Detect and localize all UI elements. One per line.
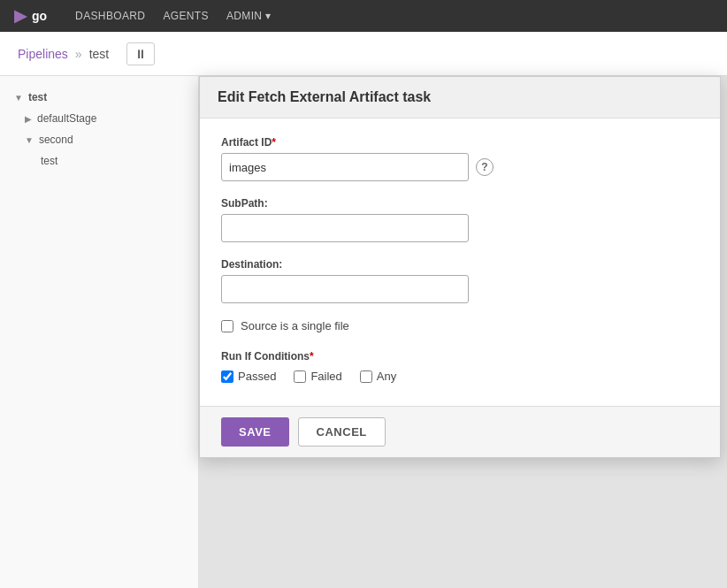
run-if-section: Run If Conditions* Passed Failed: [221, 350, 699, 383]
run-if-required: *: [310, 350, 314, 363]
sidebar-label-test-root: test: [28, 91, 47, 103]
condition-any: Any: [360, 370, 396, 383]
sidebar-item-second[interactable]: ▼ second: [0, 129, 198, 150]
sidebar: ▼ test ▶ defaultStage ▼ second test: [0, 76, 199, 588]
sidebar-label-second: second: [39, 134, 73, 146]
modal-edit-task: Edit Fetch External Artifact task Artifa…: [199, 76, 721, 458]
condition-any-checkbox[interactable]: [360, 370, 372, 383]
condition-passed-checkbox[interactable]: [221, 370, 233, 383]
cancel-button[interactable]: CANCEL: [298, 417, 386, 447]
save-button[interactable]: SAVE: [221, 417, 289, 447]
top-nav: ▶ go DASHBOARD AGENTS ADMIN ▾: [0, 0, 727, 32]
condition-failed-label: Failed: [310, 370, 341, 383]
breadcrumb-pipelines[interactable]: Pipelines: [18, 47, 68, 61]
breadcrumb-current: test: [89, 47, 110, 61]
artifact-id-label: Artifact ID*: [221, 136, 699, 149]
sidebar-item-test-root[interactable]: ▼ test: [0, 87, 198, 108]
destination-input[interactable]: [221, 275, 469, 303]
modal-header: Edit Fetch External Artifact task: [200, 77, 720, 118]
conditions-checkboxes: Passed Failed Any: [221, 370, 699, 383]
condition-passed-label: Passed: [238, 370, 276, 383]
tree-arrow-icon: ▼: [14, 93, 23, 103]
condition-failed: Failed: [294, 370, 341, 383]
artifact-id-row: ?: [221, 153, 699, 181]
modal-body: Artifact ID* ? SubPath: Destination:: [200, 118, 720, 406]
artifact-id-input[interactable]: [221, 153, 469, 181]
run-if-label: Run If Conditions*: [221, 350, 699, 363]
condition-failed-checkbox[interactable]: [294, 370, 306, 383]
artifact-id-required: *: [272, 136, 276, 149]
destination-label: Destination:: [221, 258, 699, 271]
tree-arrow-icon: ▶: [25, 114, 32, 124]
pause-button[interactable]: ⏸: [126, 42, 155, 65]
modal-overlay: Edit Fetch External Artifact task Artifa…: [199, 76, 727, 588]
single-file-label: Source is a single file: [241, 319, 349, 332]
modal-footer: SAVE CANCEL: [200, 406, 720, 457]
subpath-group: SubPath:: [221, 197, 699, 242]
destination-group: Destination:: [221, 258, 699, 303]
breadcrumb-separator: »: [75, 47, 82, 61]
artifact-id-group: Artifact ID* ?: [221, 136, 699, 181]
logo-text: go: [32, 9, 47, 23]
subpath-label: SubPath:: [221, 197, 699, 210]
artifact-id-help-icon[interactable]: ?: [476, 158, 494, 176]
logo: ▶ go: [14, 6, 47, 26]
single-file-row: Source is a single file: [221, 319, 699, 332]
condition-passed: Passed: [221, 370, 276, 383]
main-layout: ▼ test ▶ defaultStage ▼ second test Edit…: [0, 76, 727, 588]
condition-any-label: Any: [377, 370, 396, 383]
breadcrumb-bar: Pipelines » test ⏸: [0, 32, 727, 76]
nav-admin[interactable]: ADMIN ▾: [226, 10, 272, 22]
nav-agents[interactable]: AGENTS: [163, 10, 209, 22]
sidebar-item-defaultstage[interactable]: ▶ defaultStage: [0, 108, 198, 129]
nav-dashboard[interactable]: DASHBOARD: [75, 10, 145, 22]
nav-links: DASHBOARD AGENTS ADMIN ▾: [75, 10, 271, 22]
sidebar-label-test-child: test: [41, 155, 57, 167]
sidebar-label-defaultstage: defaultStage: [37, 112, 96, 125]
modal-title: Edit Fetch External Artifact task: [218, 89, 431, 104]
logo-icon: ▶: [14, 6, 27, 26]
subpath-input[interactable]: [221, 214, 469, 242]
tree-arrow-icon: ▼: [25, 135, 34, 145]
sidebar-item-test-child[interactable]: test: [0, 150, 198, 172]
single-file-checkbox[interactable]: [221, 320, 233, 332]
